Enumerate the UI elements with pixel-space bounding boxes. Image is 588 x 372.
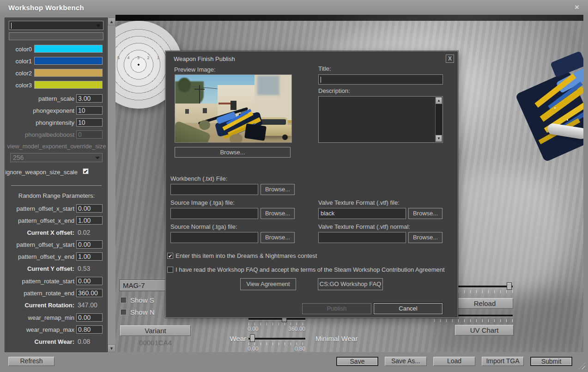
- pv-buildings-left: [175, 104, 219, 125]
- vtf-normal-input[interactable]: [318, 232, 406, 243]
- pv-car-wheel: [282, 134, 288, 140]
- preview-image-label: Preview Image:: [174, 66, 216, 73]
- color1-label: color1: [5, 58, 32, 65]
- resize-grip[interactable]: [579, 363, 585, 369]
- import-tga-button[interactable]: Import TGA: [482, 357, 524, 366]
- pattern-scale-input[interactable]: 3.00: [76, 94, 103, 103]
- show-s-label: Show S: [130, 296, 154, 304]
- current-wear-row: Current Wear: 0.08: [5, 337, 108, 346]
- publish-button: Publish: [302, 303, 371, 314]
- ignore-weapon-size-checkbox[interactable]: ✔: [83, 168, 89, 174]
- show-s-checkbox[interactable]: [121, 297, 127, 303]
- vtf-file-input[interactable]: black: [318, 208, 406, 219]
- uv-chart-button[interactable]: UV Chart: [455, 325, 514, 335]
- save-as-button[interactable]: Save As...: [385, 357, 427, 366]
- reload-button[interactable]: Reload: [456, 298, 513, 309]
- dialog-close-button[interactable]: X: [446, 55, 454, 63]
- phongexponent-input[interactable]: 10: [76, 106, 103, 115]
- current-y-offset-row: Current Y offset: 0.53: [5, 264, 108, 273]
- pattern-rotate-start-row: pattern_rotate_start 0.00: [5, 277, 108, 285]
- color1-row: color1: [5, 57, 108, 65]
- description-label: Description:: [318, 87, 350, 94]
- view-agreement-button[interactable]: View Agreement: [240, 278, 296, 290]
- preview-browse-button[interactable]: Browse...: [175, 147, 291, 158]
- window-close-icon[interactable]: ×: [572, 3, 582, 12]
- color0-swatch[interactable]: [34, 45, 103, 53]
- wear-tier-note: Minimal Wear: [315, 335, 358, 342]
- pattern-offset-y-start-row: pattern_offset_y_start 0.00: [5, 240, 108, 249]
- show-n-checkbox-row[interactable]: Show N: [121, 308, 155, 316]
- sidebar-scrollbar[interactable]: ▲ ▼: [108, 18, 115, 352]
- save-button[interactable]: Save: [336, 357, 378, 366]
- color2-label: color2: [5, 70, 32, 77]
- vtf-normal-browse-button[interactable]: Browse...: [408, 232, 443, 243]
- workbench-browse-button[interactable]: Browse...: [261, 184, 295, 195]
- current-x-offset-label: Current X offset:: [5, 229, 74, 236]
- show-n-checkbox[interactable]: [121, 309, 127, 315]
- contest-checkbox[interactable]: ✔: [167, 253, 173, 259]
- skin-speckle: [554, 107, 556, 109]
- color2-swatch[interactable]: [34, 69, 103, 77]
- source-normal-browse-button[interactable]: Browse...: [261, 232, 295, 243]
- workbench-file-input[interactable]: [170, 184, 258, 195]
- field-label: pattern_rotate_end: [5, 290, 74, 297]
- name-input[interactable]: [9, 32, 103, 40]
- pv-car-windows: [260, 119, 286, 125]
- source-normal-input[interactable]: [170, 232, 258, 243]
- preset-dropdown[interactable]: [9, 21, 103, 30]
- window-title: Workshop Workbench: [8, 4, 84, 12]
- scroll-up-icon[interactable]: ▲: [436, 97, 442, 104]
- title-input[interactable]: [318, 74, 443, 85]
- workshop-faq-button[interactable]: CS:GO Workshop FAQ: [318, 278, 383, 290]
- rotation-slider-track[interactable]: [249, 318, 305, 320]
- pattern-offset-y-start-input[interactable]: 0.00: [76, 240, 103, 249]
- variant-button[interactable]: Variant: [120, 325, 191, 336]
- source-image-browse-button[interactable]: Browse...: [261, 208, 295, 219]
- scroll-down-icon[interactable]: ▼: [108, 344, 115, 352]
- phongexponent-row: phongexponent 10: [5, 106, 108, 115]
- cancel-button[interactable]: Cancel: [374, 303, 443, 314]
- description-textarea[interactable]: ▲ ▼: [318, 96, 443, 143]
- pattern-rotate-start-input[interactable]: 0.00: [76, 277, 103, 285]
- pattern-offset-x-start-input[interactable]: 0.00: [76, 204, 103, 213]
- title-bar[interactable]: Workshop Workbench ×: [0, 0, 588, 15]
- refresh-button[interactable]: Refresh: [8, 357, 55, 366]
- wear-slider-handle[interactable]: [250, 335, 255, 342]
- field-label: wear_remap_max: [5, 326, 74, 333]
- workshop-workbench-window: Workshop Workbench × 5 4 3 2 1 MAG-7 Sho…: [0, 0, 588, 372]
- vtf-file-browse-button[interactable]: Browse...: [408, 208, 443, 219]
- show-s-checkbox-row[interactable]: Show S: [121, 296, 154, 304]
- scroll-up-icon[interactable]: ▲: [108, 18, 115, 25]
- source-image-input[interactable]: [170, 208, 258, 219]
- description-scrollbar[interactable]: ▲ ▼: [435, 97, 442, 142]
- pv-window: [185, 109, 189, 114]
- submit-button[interactable]: Submit: [530, 357, 572, 366]
- current-y-offset-label: Current Y offset:: [5, 265, 74, 272]
- scroll-down-icon[interactable]: ▼: [436, 135, 442, 142]
- wear-remap-max-input[interactable]: 0.80: [76, 325, 103, 334]
- faq-agreement-checkbox[interactable]: [167, 267, 173, 273]
- pattern-offset-y-end-input[interactable]: 1.00: [76, 252, 103, 261]
- wear-remap-min-input[interactable]: 0.00: [76, 313, 103, 322]
- pattern-rotate-end-input[interactable]: 360.00: [76, 289, 103, 297]
- color3-swatch[interactable]: [34, 81, 103, 89]
- pv-palm-tree: [178, 78, 191, 92]
- pattern-rotate-end-row: pattern_rotate_end 360.00: [5, 289, 108, 297]
- preview-image: [175, 74, 292, 143]
- random-range-header: Random Range Parameters:: [5, 192, 108, 199]
- chevron-down-icon: [96, 24, 101, 27]
- color1-swatch[interactable]: [34, 57, 103, 65]
- wear-label: Wear: [200, 335, 246, 342]
- color2-row: color2: [5, 69, 108, 77]
- pv-front-hand: [199, 120, 210, 130]
- phongintensity-input[interactable]: 10: [76, 118, 103, 127]
- source-normal-label: Source Normal (.tga) file:: [170, 223, 237, 230]
- load-button[interactable]: Load: [433, 357, 475, 366]
- wear-slider-track[interactable]: [249, 338, 305, 340]
- faq-agreement-checkbox-label: I have read the Workshop FAQ and accept …: [176, 266, 445, 273]
- right-slider-handle[interactable]: [507, 282, 512, 290]
- pattern-offset-x-end-input[interactable]: 1.00: [76, 216, 103, 225]
- current-y-offset-value: 0.53: [78, 265, 90, 272]
- field-label: pattern_rotate_start: [5, 278, 74, 285]
- chevron-down-icon: [95, 157, 100, 159]
